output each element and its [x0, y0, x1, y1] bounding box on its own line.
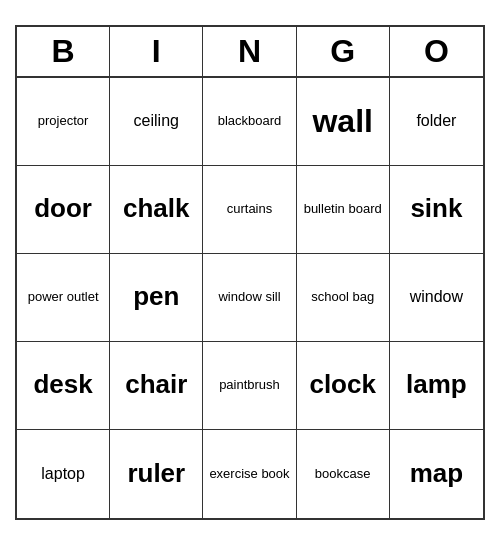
cell-text-10: power outlet: [28, 289, 99, 305]
header-letter-b: B: [17, 27, 110, 76]
bingo-cell-5: door: [17, 166, 110, 254]
bingo-cell-11: pen: [110, 254, 203, 342]
bingo-cell-21: ruler: [110, 430, 203, 518]
bingo-cell-22: exercise book: [203, 430, 296, 518]
bingo-cell-16: chair: [110, 342, 203, 430]
cell-text-20: laptop: [41, 464, 85, 483]
cell-text-14: window: [410, 287, 463, 306]
cell-text-1: ceiling: [134, 111, 179, 130]
header-letter-i: I: [110, 27, 203, 76]
cell-text-8: bulletin board: [304, 201, 382, 217]
bingo-cell-1: ceiling: [110, 78, 203, 166]
bingo-cell-0: projector: [17, 78, 110, 166]
bingo-cell-6: chalk: [110, 166, 203, 254]
cell-text-13: school bag: [311, 289, 374, 305]
bingo-cell-17: paintbrush: [203, 342, 296, 430]
cell-text-4: folder: [416, 111, 456, 130]
bingo-card: BINGO projectorceilingblackboardwallfold…: [15, 25, 485, 520]
cell-text-15: desk: [33, 369, 92, 400]
cell-text-23: bookcase: [315, 466, 371, 482]
bingo-cell-9: sink: [390, 166, 483, 254]
bingo-cell-13: school bag: [297, 254, 390, 342]
bingo-cell-10: power outlet: [17, 254, 110, 342]
bingo-cell-23: bookcase: [297, 430, 390, 518]
header-letter-n: N: [203, 27, 296, 76]
bingo-cell-15: desk: [17, 342, 110, 430]
bingo-grid: projectorceilingblackboardwallfolderdoor…: [17, 78, 483, 518]
cell-text-5: door: [34, 193, 92, 224]
bingo-cell-3: wall: [297, 78, 390, 166]
cell-text-7: curtains: [227, 201, 273, 217]
cell-text-12: window sill: [218, 289, 280, 305]
cell-text-19: lamp: [406, 369, 467, 400]
bingo-cell-12: window sill: [203, 254, 296, 342]
header-letter-g: G: [297, 27, 390, 76]
cell-text-0: projector: [38, 113, 89, 129]
cell-text-9: sink: [410, 193, 462, 224]
cell-text-24: map: [410, 458, 463, 489]
cell-text-16: chair: [125, 369, 187, 400]
bingo-cell-2: blackboard: [203, 78, 296, 166]
cell-text-6: chalk: [123, 193, 190, 224]
bingo-cell-18: clock: [297, 342, 390, 430]
cell-text-2: blackboard: [218, 113, 282, 129]
cell-text-21: ruler: [127, 458, 185, 489]
bingo-header: BINGO: [17, 27, 483, 78]
bingo-cell-4: folder: [390, 78, 483, 166]
cell-text-17: paintbrush: [219, 377, 280, 393]
cell-text-3: wall: [312, 102, 372, 140]
cell-text-18: clock: [309, 369, 376, 400]
cell-text-22: exercise book: [209, 466, 289, 482]
bingo-cell-20: laptop: [17, 430, 110, 518]
cell-text-11: pen: [133, 281, 179, 312]
header-letter-o: O: [390, 27, 483, 76]
bingo-cell-19: lamp: [390, 342, 483, 430]
bingo-cell-8: bulletin board: [297, 166, 390, 254]
bingo-cell-24: map: [390, 430, 483, 518]
bingo-cell-14: window: [390, 254, 483, 342]
bingo-cell-7: curtains: [203, 166, 296, 254]
